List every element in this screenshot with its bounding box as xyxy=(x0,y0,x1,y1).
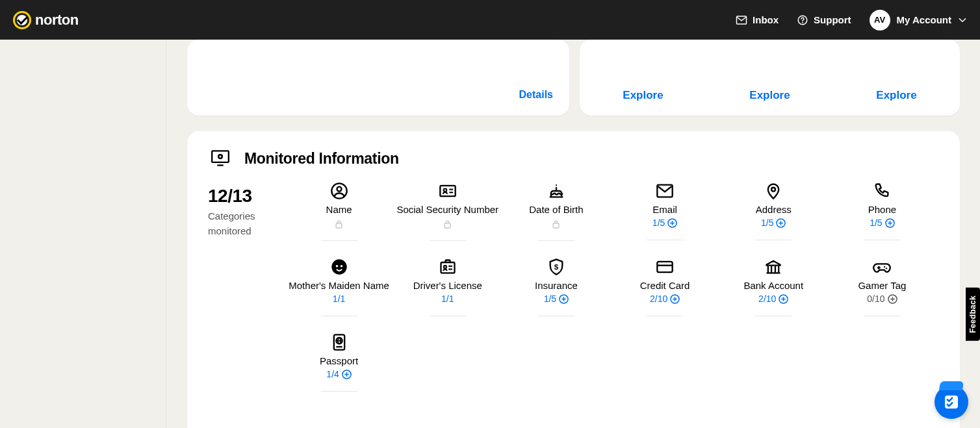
tile-status[interactable]: 1/5 xyxy=(652,218,677,228)
summary-label: Categories monitored xyxy=(208,209,285,238)
norton-checkmark-icon xyxy=(13,11,31,29)
add-circle-icon xyxy=(885,218,895,228)
tile-mother-s-maiden-name[interactable]: Mother's Maiden Name 1/1 xyxy=(285,258,393,316)
tile-credit-card[interactable]: Credit Card 2/10 xyxy=(611,258,719,316)
sidebar-divider xyxy=(166,40,166,428)
monitor-eye-icon xyxy=(208,149,233,168)
tile-label: Insurance xyxy=(535,280,578,291)
inbox-link[interactable]: Inbox xyxy=(736,14,779,26)
tile-status[interactable]: 1/1 xyxy=(333,294,345,304)
tile-status-text: 1/1 xyxy=(333,294,345,304)
tile-date-of-birth[interactable]: Date of Birth xyxy=(502,182,610,241)
summary-block: 12/13 Categories monitored xyxy=(208,182,285,392)
top-header: norton Inbox Support AV My Account xyxy=(0,0,980,40)
tile-status[interactable]: 1/5 xyxy=(544,294,569,304)
support-link[interactable]: Support xyxy=(797,14,851,26)
tile-status[interactable]: 0/10 xyxy=(867,294,897,304)
inbox-label: Inbox xyxy=(753,14,779,25)
header-right: Inbox Support AV My Account xyxy=(736,10,967,31)
card-title: Monitored Information xyxy=(244,150,399,168)
details-link[interactable]: Details xyxy=(519,89,553,101)
tile-insurance[interactable]: Insurance 1/5 xyxy=(502,258,610,316)
phone-icon xyxy=(873,182,891,200)
card-content: 12/13 Categories monitored Name Social S… xyxy=(208,182,936,392)
feedback-tab[interactable]: Feedback xyxy=(966,288,980,341)
tile-phone[interactable]: Phone 1/5 xyxy=(828,182,936,241)
tile-status-text: 1/5 xyxy=(761,218,773,228)
account-menu[interactable]: AV My Account xyxy=(870,10,967,31)
explore-link-1[interactable]: Explore xyxy=(623,89,663,102)
tile-bank-account[interactable]: Bank Account 2/10 xyxy=(719,258,828,316)
tile-status-text: 1/5 xyxy=(544,294,556,304)
lock-icon xyxy=(335,219,343,229)
tile-label: Social Security Number xyxy=(396,204,498,215)
tile-label: Phone xyxy=(868,204,896,215)
tile-status-text: 1/1 xyxy=(441,294,454,304)
account-label: My Account xyxy=(897,14,951,25)
envelope-icon xyxy=(736,14,747,26)
summary-card-right: Explore Explore Explore xyxy=(580,40,960,116)
chat-assistant-button[interactable] xyxy=(935,385,968,419)
add-circle-icon xyxy=(670,294,680,304)
support-label: Support xyxy=(814,14,851,25)
tile-status[interactable]: 1/5 xyxy=(761,218,786,228)
logo-text: norton xyxy=(35,12,79,29)
add-circle-icon xyxy=(776,218,786,228)
explore-link-3[interactable]: Explore xyxy=(876,89,916,102)
norton-logo[interactable]: norton xyxy=(13,11,79,29)
tile-label: Mother's Maiden Name xyxy=(289,280,389,291)
tile-driver-s-license[interactable]: Driver's License 1/1 xyxy=(393,258,502,316)
envelope-icon xyxy=(656,182,674,200)
card-header: Monitored Information xyxy=(208,149,936,168)
monitored-information-card: Monitored Information 12/13 Categories m… xyxy=(187,131,960,428)
lock-icon xyxy=(443,219,452,229)
help-circle-icon xyxy=(797,14,808,26)
bank-icon xyxy=(764,258,782,276)
tile-divider xyxy=(755,316,792,316)
explore-link-2[interactable]: Explore xyxy=(749,89,790,102)
tile-divider xyxy=(538,240,574,241)
avatar: AV xyxy=(870,10,890,31)
tile-name[interactable]: Name xyxy=(285,182,393,241)
tile-divider xyxy=(755,240,792,240)
add-circle-icon xyxy=(559,294,569,304)
tile-status[interactable]: 1/4 xyxy=(326,369,351,379)
tile-status[interactable]: 1/5 xyxy=(870,218,894,228)
tile-status[interactable]: 2/10 xyxy=(758,294,788,304)
tile-gamer-tag[interactable]: Gamer Tag 0/10 xyxy=(828,258,936,316)
face-icon xyxy=(330,258,348,276)
tile-status[interactable]: 2/10 xyxy=(650,294,680,304)
tile-divider xyxy=(864,316,900,316)
tile-divider xyxy=(538,316,574,316)
tile-email[interactable]: Email 1/5 xyxy=(611,182,719,241)
tile-status-text: 0/10 xyxy=(867,294,884,304)
tile-label: Address xyxy=(756,204,792,215)
tile-divider xyxy=(430,240,466,241)
add-circle-icon xyxy=(888,294,897,304)
tile-status-text: 2/10 xyxy=(650,294,667,304)
svg-rect-43 xyxy=(945,396,958,409)
tile-social-security-number[interactable]: Social Security Number xyxy=(393,182,502,241)
tile-label: Name xyxy=(326,204,352,215)
gamepad-icon xyxy=(873,258,891,276)
tile-passport[interactable]: Passport 1/4 xyxy=(285,333,393,392)
tile-label: Gamer Tag xyxy=(858,280,906,291)
avatar-initials: AV xyxy=(874,15,885,25)
tile-divider xyxy=(321,240,357,241)
add-circle-icon xyxy=(342,370,352,379)
chat-fold-decoration xyxy=(939,381,964,390)
tile-status-text: 1/5 xyxy=(870,218,882,228)
summary-card-left: Details xyxy=(187,40,569,116)
tile-status[interactable]: 1/1 xyxy=(441,294,454,304)
tile-address[interactable]: Address 1/5 xyxy=(719,182,828,241)
tile-divider xyxy=(321,316,357,316)
tile-status-text: 1/5 xyxy=(652,218,665,228)
tile-label: Bank Account xyxy=(743,280,803,291)
license-icon xyxy=(439,258,457,276)
chevron-down-icon xyxy=(958,16,967,25)
chat-checklist-icon xyxy=(942,392,961,412)
tile-label: Credit Card xyxy=(640,280,690,291)
add-circle-icon xyxy=(667,218,677,228)
tile-status-text: 2/10 xyxy=(758,294,776,304)
tile-divider xyxy=(430,316,466,316)
